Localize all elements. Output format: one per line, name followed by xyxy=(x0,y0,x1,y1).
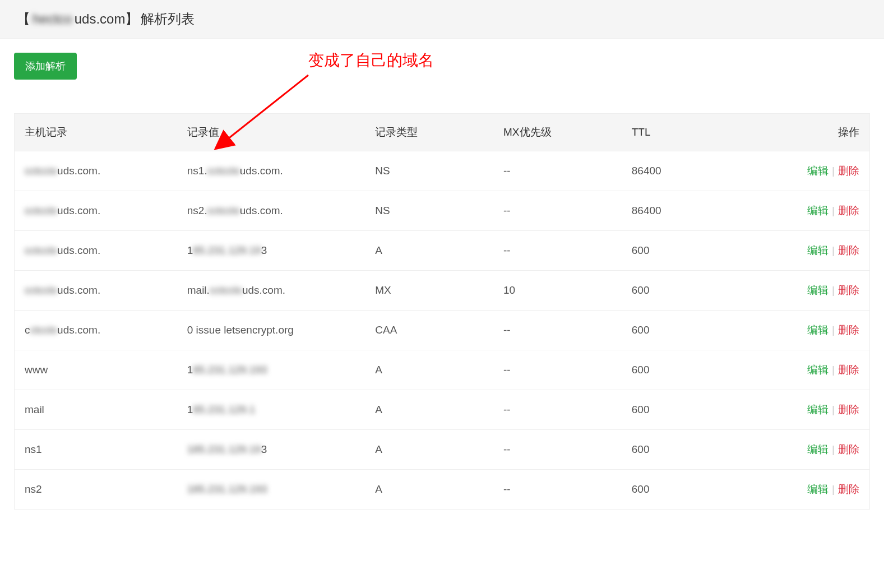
edit-button[interactable]: 编辑 xyxy=(807,324,829,336)
title-suffix: 解析列表 xyxy=(141,10,195,28)
edit-button[interactable]: 编辑 xyxy=(807,205,829,216)
delete-button[interactable]: 删除 xyxy=(838,324,859,336)
cell-action: 编辑|删除 xyxy=(758,271,869,311)
cell-ttl: 600 xyxy=(622,231,758,271)
table-row: cctcciouds.com.ns1.cctcclouds.com.NS--86… xyxy=(15,151,869,191)
header-action: 操作 xyxy=(758,114,869,151)
delete-button[interactable]: 删除 xyxy=(838,483,859,495)
title-prefix: 【 xyxy=(17,10,30,28)
cell-type: MX xyxy=(365,271,493,311)
header-type: 记录类型 xyxy=(365,114,493,151)
value-suffix: uds.com. xyxy=(240,205,283,217)
value-prefix: 1 xyxy=(187,364,193,376)
cell-value: 185.231.129.193 xyxy=(177,231,365,271)
cell-host: cctcclouds.com. xyxy=(15,311,177,350)
cell-mx: -- xyxy=(493,350,622,390)
value-blurred: cctcclo xyxy=(210,284,242,297)
action-separator: | xyxy=(832,404,835,415)
add-record-button[interactable]: 添加解析 xyxy=(14,53,77,80)
cell-host: cctcclouds.com. xyxy=(15,231,177,271)
value-blurred: 185.231.129.19 xyxy=(187,443,261,456)
header-host: 主机记录 xyxy=(15,114,177,151)
edit-button[interactable]: 编辑 xyxy=(807,364,829,376)
delete-button[interactable]: 删除 xyxy=(838,404,859,415)
host-prefix: ns2 xyxy=(25,483,42,496)
cell-type: A xyxy=(365,231,493,271)
cell-host: ns1 xyxy=(15,430,177,470)
annotation-text: 变成了自己的域名 xyxy=(308,50,434,71)
table-header-row: 主机记录 记录值 记录类型 MX优先级 TTL 操作 xyxy=(15,114,869,151)
edit-button[interactable]: 编辑 xyxy=(807,443,829,455)
host-prefix: c xyxy=(25,324,30,336)
value-blurred: 85.231.129.193 xyxy=(193,364,267,376)
cell-action: 编辑|删除 xyxy=(758,390,869,430)
cell-action: 编辑|删除 xyxy=(758,231,869,271)
edit-button[interactable]: 编辑 xyxy=(807,284,829,296)
delete-button[interactable]: 删除 xyxy=(838,364,859,376)
value-blurred: 185.231.129.193 xyxy=(187,483,267,496)
cell-ttl: 600 xyxy=(622,271,758,311)
table-body: cctcciouds.com.ns1.cctcclouds.com.NS--86… xyxy=(15,151,869,510)
host-prefix: mail xyxy=(25,404,44,416)
edit-button[interactable]: 编辑 xyxy=(807,404,829,415)
edit-button[interactable]: 编辑 xyxy=(807,165,829,177)
cell-value: ns2.cctcclouds.com. xyxy=(177,191,365,231)
cell-host: www xyxy=(15,350,177,390)
table-row: ns1185.231.129.193A--600编辑|删除 xyxy=(15,430,869,470)
cell-mx: -- xyxy=(493,470,622,510)
cell-action: 编辑|删除 xyxy=(758,470,869,510)
cell-value: 0 issue letsencrypt.org xyxy=(177,311,365,350)
cell-type: A xyxy=(365,350,493,390)
action-separator: | xyxy=(832,364,835,376)
cell-value: ns1.cctcclouds.com. xyxy=(177,151,365,191)
cell-host: mail xyxy=(15,390,177,430)
host-suffix: uds.com. xyxy=(57,165,100,177)
edit-button[interactable]: 编辑 xyxy=(807,483,829,495)
cell-mx: -- xyxy=(493,231,622,271)
delete-button[interactable]: 删除 xyxy=(838,284,859,296)
cell-value: 185.231.129.193 xyxy=(177,470,365,510)
cell-ttl: 86400 xyxy=(622,191,758,231)
delete-button[interactable]: 删除 xyxy=(838,443,859,455)
content-area: 添加解析 变成了自己的域名 主机记录 记录值 记录类型 MX优先级 TTL 操作 xyxy=(0,39,884,524)
host-blurred: cctcclo xyxy=(25,284,57,297)
table-row: mail185.231.129.1A--600编辑|删除 xyxy=(15,390,869,430)
value-blurred: 85.231.129.19 xyxy=(193,244,261,257)
cell-host: cctcclouds.com. xyxy=(15,271,177,311)
host-blurred: cctccio xyxy=(25,165,57,177)
cell-type: CAA xyxy=(365,311,493,350)
host-blurred: ctcclo xyxy=(30,324,58,336)
action-separator: | xyxy=(832,284,835,296)
cell-type: NS xyxy=(365,191,493,231)
cell-action: 编辑|删除 xyxy=(758,350,869,390)
host-suffix: uds.com. xyxy=(57,205,100,217)
edit-button[interactable]: 编辑 xyxy=(807,244,829,256)
cell-action: 编辑|删除 xyxy=(758,430,869,470)
cell-action: 编辑|删除 xyxy=(758,311,869,350)
host-suffix: uds.com. xyxy=(57,324,100,336)
cell-mx: -- xyxy=(493,151,622,191)
value-prefix: ns1. xyxy=(187,165,207,177)
delete-button[interactable]: 删除 xyxy=(838,244,859,256)
value-prefix: 1 xyxy=(187,404,193,416)
table-row: cctcclouds.com.0 issue letsencrypt.orgCA… xyxy=(15,311,869,350)
delete-button[interactable]: 删除 xyxy=(838,205,859,216)
cell-type: A xyxy=(365,390,493,430)
value-blurred: cctcclo xyxy=(207,165,240,177)
cell-ttl: 600 xyxy=(622,470,758,510)
delete-button[interactable]: 删除 xyxy=(838,165,859,177)
page-title: 【hectcouds.com】 解析列表 xyxy=(17,10,867,28)
action-separator: | xyxy=(832,483,835,495)
cell-host: cctcciouds.com. xyxy=(15,151,177,191)
action-separator: | xyxy=(832,324,835,336)
action-separator: | xyxy=(832,205,835,216)
table-row: ns2185.231.129.193A--600编辑|删除 xyxy=(15,470,869,510)
host-blurred: cctcclo xyxy=(25,205,57,217)
cell-mx: -- xyxy=(493,311,622,350)
page-header: 【hectcouds.com】 解析列表 xyxy=(0,0,884,39)
cell-value: 185.231.129.193 xyxy=(177,350,365,390)
cell-action: 编辑|删除 xyxy=(758,191,869,231)
action-separator: | xyxy=(832,165,835,177)
cell-type: NS xyxy=(365,151,493,191)
cell-ttl: 600 xyxy=(622,350,758,390)
